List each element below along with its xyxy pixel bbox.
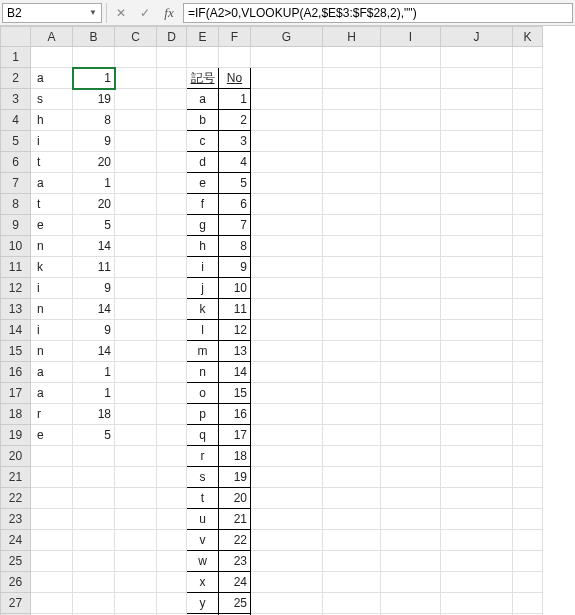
cell-K1[interactable] <box>513 47 543 68</box>
cell-J3[interactable] <box>441 89 513 110</box>
cell-B9[interactable]: 5 <box>73 215 115 236</box>
row-header-19[interactable]: 19 <box>1 425 31 446</box>
cell-A9[interactable]: e <box>31 215 73 236</box>
cell-F24[interactable]: 22 <box>219 530 251 551</box>
cell-G22[interactable] <box>251 488 323 509</box>
cell-F10[interactable]: 8 <box>219 236 251 257</box>
cell-D4[interactable] <box>157 110 187 131</box>
cell-B25[interactable] <box>73 551 115 572</box>
cell-H5[interactable] <box>323 131 381 152</box>
cell-K7[interactable] <box>513 173 543 194</box>
cell-F22[interactable]: 20 <box>219 488 251 509</box>
cell-H10[interactable] <box>323 236 381 257</box>
cell-I2[interactable] <box>381 68 441 89</box>
formula-input[interactable]: =IF(A2>0,VLOOKUP(A2,$E$3:$F$28,2),"") <box>183 3 573 23</box>
cell-F18[interactable]: 16 <box>219 404 251 425</box>
cell-E24[interactable]: v <box>187 530 219 551</box>
cell-C3[interactable] <box>115 89 157 110</box>
cell-J4[interactable] <box>441 110 513 131</box>
cell-G2[interactable] <box>251 68 323 89</box>
cell-E13[interactable]: k <box>187 299 219 320</box>
cell-E3[interactable]: a <box>187 89 219 110</box>
cell-D11[interactable] <box>157 257 187 278</box>
cell-H15[interactable] <box>323 341 381 362</box>
cell-K12[interactable] <box>513 278 543 299</box>
cell-D18[interactable] <box>157 404 187 425</box>
row-header-16[interactable]: 16 <box>1 362 31 383</box>
cell-B11[interactable]: 11 <box>73 257 115 278</box>
row-header-10[interactable]: 10 <box>1 236 31 257</box>
cell-A11[interactable]: k <box>31 257 73 278</box>
cell-B23[interactable] <box>73 509 115 530</box>
cell-H24[interactable] <box>323 530 381 551</box>
cell-F8[interactable]: 6 <box>219 194 251 215</box>
cell-I12[interactable] <box>381 278 441 299</box>
cell-F12[interactable]: 10 <box>219 278 251 299</box>
cell-K22[interactable] <box>513 488 543 509</box>
cell-D23[interactable] <box>157 509 187 530</box>
row-header-18[interactable]: 18 <box>1 404 31 425</box>
cell-F4[interactable]: 2 <box>219 110 251 131</box>
cell-B7[interactable]: 1 <box>73 173 115 194</box>
cell-H13[interactable] <box>323 299 381 320</box>
cell-I13[interactable] <box>381 299 441 320</box>
row-header-4[interactable]: 4 <box>1 110 31 131</box>
cell-G12[interactable] <box>251 278 323 299</box>
cell-E7[interactable]: e <box>187 173 219 194</box>
cell-I25[interactable] <box>381 551 441 572</box>
cell-E17[interactable]: o <box>187 383 219 404</box>
cell-J14[interactable] <box>441 320 513 341</box>
cell-K17[interactable] <box>513 383 543 404</box>
cell-D3[interactable] <box>157 89 187 110</box>
cell-A5[interactable]: i <box>31 131 73 152</box>
cell-B20[interactable] <box>73 446 115 467</box>
cell-E14[interactable]: l <box>187 320 219 341</box>
cell-J16[interactable] <box>441 362 513 383</box>
column-header-K[interactable]: K <box>513 27 543 47</box>
row-header-1[interactable]: 1 <box>1 47 31 68</box>
cell-K15[interactable] <box>513 341 543 362</box>
cell-I18[interactable] <box>381 404 441 425</box>
cell-B16[interactable]: 1 <box>73 362 115 383</box>
column-header-F[interactable]: F <box>219 27 251 47</box>
cell-C5[interactable] <box>115 131 157 152</box>
cell-D7[interactable] <box>157 173 187 194</box>
cell-A6[interactable]: t <box>31 152 73 173</box>
cell-D27[interactable] <box>157 593 187 614</box>
name-box[interactable]: B2 ▼ <box>2 3 102 23</box>
row-header-21[interactable]: 21 <box>1 467 31 488</box>
cell-A23[interactable] <box>31 509 73 530</box>
cell-H19[interactable] <box>323 425 381 446</box>
cell-H27[interactable] <box>323 593 381 614</box>
cell-J9[interactable] <box>441 215 513 236</box>
cell-I15[interactable] <box>381 341 441 362</box>
cell-A24[interactable] <box>31 530 73 551</box>
cell-A2[interactable]: a <box>31 68 73 89</box>
column-header-J[interactable]: J <box>441 27 513 47</box>
cell-D5[interactable] <box>157 131 187 152</box>
cell-I16[interactable] <box>381 362 441 383</box>
row-header-12[interactable]: 12 <box>1 278 31 299</box>
cell-K2[interactable] <box>513 68 543 89</box>
cell-K4[interactable] <box>513 110 543 131</box>
cell-C17[interactable] <box>115 383 157 404</box>
cell-C18[interactable] <box>115 404 157 425</box>
cell-G1[interactable] <box>251 47 323 68</box>
cell-C6[interactable] <box>115 152 157 173</box>
cell-C20[interactable] <box>115 446 157 467</box>
cell-C9[interactable] <box>115 215 157 236</box>
cell-G10[interactable] <box>251 236 323 257</box>
cell-I23[interactable] <box>381 509 441 530</box>
cell-G27[interactable] <box>251 593 323 614</box>
cell-E26[interactable]: x <box>187 572 219 593</box>
cell-B4[interactable]: 8 <box>73 110 115 131</box>
cancel-icon[interactable]: ✕ <box>111 3 131 23</box>
cell-H4[interactable] <box>323 110 381 131</box>
cell-E22[interactable]: t <box>187 488 219 509</box>
accept-icon[interactable]: ✓ <box>135 3 155 23</box>
row-header-7[interactable]: 7 <box>1 173 31 194</box>
cell-J12[interactable] <box>441 278 513 299</box>
cell-C27[interactable] <box>115 593 157 614</box>
cell-A3[interactable]: s <box>31 89 73 110</box>
row-header-23[interactable]: 23 <box>1 509 31 530</box>
